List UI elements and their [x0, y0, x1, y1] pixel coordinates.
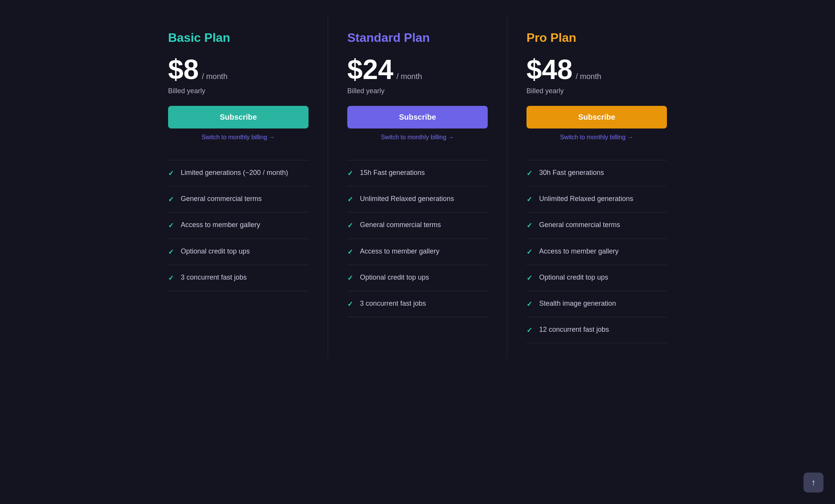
plan-title-basic: Basic Plan: [168, 31, 309, 45]
feature-item: ✓3 concurrent fast jobs: [347, 291, 488, 317]
price-row-basic: $8/ month: [168, 56, 309, 83]
scroll-top-button[interactable]: ↑: [804, 473, 823, 492]
feature-text: General commercial terms: [539, 220, 620, 230]
feature-item: ✓Unlimited Relaxed generations: [347, 186, 488, 212]
feature-text: Optional credit top ups: [539, 273, 608, 282]
plan-title-standard: Standard Plan: [347, 31, 488, 45]
subscribe-button-standard[interactable]: Subscribe: [347, 106, 488, 128]
checkmark-icon: ✓: [168, 247, 174, 257]
checkmark-icon: ✓: [347, 247, 353, 257]
switch-billing-link-pro[interactable]: Switch to monthly billing →: [526, 134, 667, 141]
feature-text: Optional credit top ups: [181, 247, 250, 256]
feature-text: 15h Fast generations: [360, 168, 425, 178]
price-row-standard: $24/ month: [347, 56, 488, 83]
feature-text: 3 concurrent fast jobs: [360, 299, 426, 308]
feature-item: ✓12 concurrent fast jobs: [526, 317, 667, 343]
features-list-pro: ✓30h Fast generations✓Unlimited Relaxed …: [526, 160, 667, 343]
checkmark-icon: ✓: [526, 195, 532, 204]
checkmark-icon: ✓: [526, 169, 532, 178]
feature-text: Unlimited Relaxed generations: [539, 194, 633, 204]
feature-item: ✓Unlimited Relaxed generations: [526, 186, 667, 212]
price-period-pro: / month: [576, 72, 601, 81]
feature-item: ✓Optional credit top ups: [526, 265, 667, 291]
subscribe-button-basic[interactable]: Subscribe: [168, 106, 309, 128]
feature-item: ✓3 concurrent fast jobs: [168, 265, 309, 291]
feature-item: ✓General commercial terms: [526, 212, 667, 239]
feature-item: ✓General commercial terms: [168, 186, 309, 212]
feature-text: 3 concurrent fast jobs: [181, 273, 247, 282]
features-list-basic: ✓Limited generations (~200 / month)✓Gene…: [168, 160, 309, 291]
checkmark-icon: ✓: [168, 221, 174, 231]
feature-text: Access to member gallery: [181, 220, 260, 230]
plan-card-pro: Pro Plan$48/ monthBilled yearlySubscribe…: [507, 15, 686, 359]
checkmark-icon: ✓: [168, 195, 174, 204]
pricing-container: Basic Plan$8/ monthBilled yearlySubscrib…: [149, 15, 686, 359]
feature-text: 12 concurrent fast jobs: [539, 325, 609, 334]
feature-item: ✓General commercial terms: [347, 212, 488, 239]
feature-text: Optional credit top ups: [360, 273, 429, 282]
switch-billing-link-standard[interactable]: Switch to monthly billing →: [347, 134, 488, 141]
billed-text-basic: Billed yearly: [168, 87, 309, 95]
subscribe-button-pro[interactable]: Subscribe: [526, 106, 667, 128]
feature-item: ✓15h Fast generations: [347, 160, 488, 186]
switch-billing-link-basic[interactable]: Switch to monthly billing →: [168, 134, 309, 141]
feature-item: ✓Access to member gallery: [526, 239, 667, 265]
price-amount-standard: $24: [347, 56, 393, 83]
billed-text-standard: Billed yearly: [347, 87, 488, 95]
price-period-standard: / month: [396, 72, 422, 81]
feature-item: ✓Access to member gallery: [347, 239, 488, 265]
feature-text: Limited generations (~200 / month): [181, 168, 288, 178]
feature-item: ✓Limited generations (~200 / month): [168, 160, 309, 186]
checkmark-icon: ✓: [526, 326, 532, 335]
checkmark-icon: ✓: [347, 169, 353, 178]
checkmark-icon: ✓: [347, 300, 353, 309]
feature-item: ✓Optional credit top ups: [168, 239, 309, 265]
checkmark-icon: ✓: [526, 300, 532, 309]
checkmark-icon: ✓: [168, 169, 174, 178]
billed-text-pro: Billed yearly: [526, 87, 667, 95]
price-amount-pro: $48: [526, 56, 573, 83]
checkmark-icon: ✓: [526, 247, 532, 257]
checkmark-icon: ✓: [347, 273, 353, 283]
price-amount-basic: $8: [168, 56, 199, 83]
checkmark-icon: ✓: [347, 195, 353, 204]
price-row-pro: $48/ month: [526, 56, 667, 83]
feature-text: 30h Fast generations: [539, 168, 604, 178]
feature-text: Access to member gallery: [539, 247, 619, 256]
feature-text: Unlimited Relaxed generations: [360, 194, 454, 204]
feature-item: ✓Access to member gallery: [168, 212, 309, 239]
feature-item: ✓30h Fast generations: [526, 160, 667, 186]
price-period-basic: / month: [202, 72, 228, 81]
feature-text: General commercial terms: [181, 194, 262, 204]
feature-item: ✓Optional credit top ups: [347, 265, 488, 291]
features-list-standard: ✓15h Fast generations✓Unlimited Relaxed …: [347, 160, 488, 317]
plan-card-basic: Basic Plan$8/ monthBilled yearlySubscrib…: [149, 15, 328, 359]
feature-text: Stealth image generation: [539, 299, 616, 308]
checkmark-icon: ✓: [526, 273, 532, 283]
feature-text: Access to member gallery: [360, 247, 439, 256]
checkmark-icon: ✓: [168, 273, 174, 283]
checkmark-icon: ✓: [347, 221, 353, 231]
checkmark-icon: ✓: [526, 221, 532, 231]
feature-item: ✓Stealth image generation: [526, 291, 667, 317]
feature-text: General commercial terms: [360, 220, 441, 230]
plan-title-pro: Pro Plan: [526, 31, 667, 45]
plan-card-standard: Standard Plan$24/ monthBilled yearlySubs…: [328, 15, 507, 359]
